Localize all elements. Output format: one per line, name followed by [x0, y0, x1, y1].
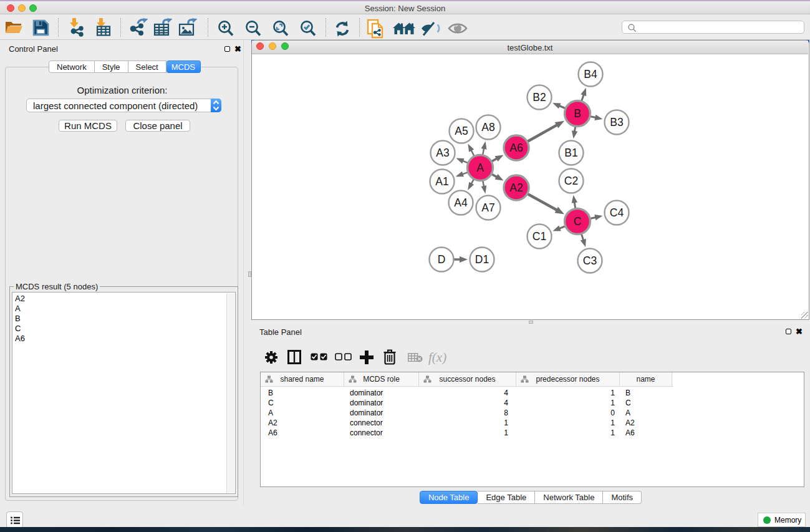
- svg-text:A4: A4: [454, 196, 468, 209]
- svg-text:C2: C2: [564, 175, 578, 187]
- svg-text:A6: A6: [509, 142, 523, 154]
- svg-text:A3: A3: [436, 147, 449, 159]
- svg-text:A2: A2: [509, 181, 523, 194]
- svg-text:A5: A5: [455, 125, 468, 137]
- svg-text:D: D: [438, 253, 446, 266]
- svg-text:B4: B4: [584, 68, 597, 80]
- svg-text:B: B: [574, 107, 581, 120]
- svg-text:A8: A8: [481, 121, 494, 133]
- svg-text:A: A: [476, 162, 484, 174]
- svg-text:A7: A7: [481, 201, 494, 214]
- svg-text:D1: D1: [475, 253, 489, 266]
- svg-text:B3: B3: [610, 116, 623, 128]
- svg-text:B1: B1: [564, 147, 577, 159]
- svg-text:C4: C4: [610, 206, 624, 219]
- svg-text:C1: C1: [533, 230, 546, 243]
- svg-text:C3: C3: [583, 254, 597, 267]
- svg-text:A1: A1: [435, 175, 448, 188]
- svg-text:B2: B2: [533, 91, 546, 104]
- svg-text:C: C: [574, 215, 582, 228]
